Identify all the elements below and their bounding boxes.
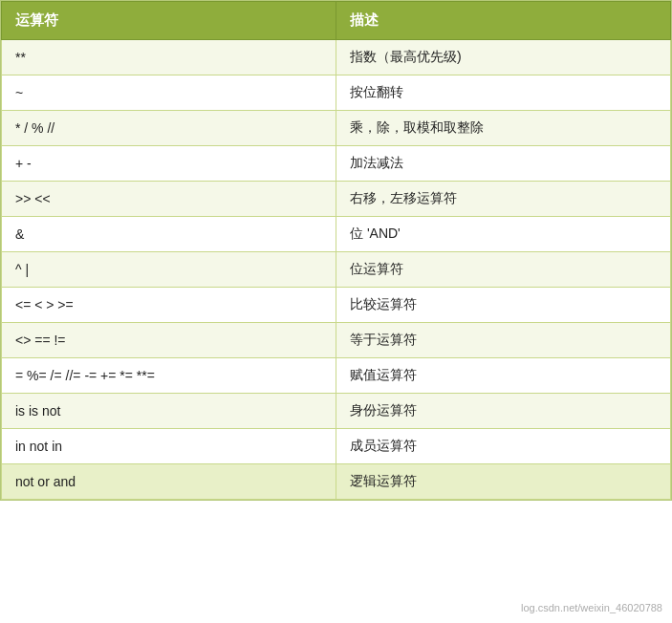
description-cell: 逻辑运算符 [336,464,671,500]
description-cell: 成员运算符 [336,429,671,464]
description-cell: 乘，除，取模和取整除 [336,111,671,146]
operator-cell: + - [2,146,336,182]
watermark: log.csdn.net/weixin_46020788 [521,602,662,613]
operator-cell: ~ [2,75,336,111]
header-description: 描述 [336,2,671,40]
table-row: **指数（最高优先级) [2,40,671,75]
description-cell: 等于运算符 [336,323,671,358]
description-cell: 按位翻转 [336,75,671,111]
table-row: = %= /= //= -= += *= **=赋值运算符 [2,358,671,394]
description-cell: 赋值运算符 [336,358,671,394]
description-cell: 位 'AND' [336,217,671,252]
table-row: <= < > >=比较运算符 [2,288,671,323]
table-row: <> == !=等于运算符 [2,323,671,358]
operator-cell: <= < > >= [2,288,336,323]
operator-cell: >> << [2,182,336,217]
operator-cell: = %= /= //= -= += *= **= [2,358,336,394]
table-row: ~按位翻转 [2,75,671,111]
table-row: >> <<右移，左移运算符 [2,182,671,217]
operator-cell: not or and [2,464,336,500]
table-row: is is not身份运算符 [2,394,671,429]
table-row: in not in成员运算符 [2,429,671,464]
description-cell: 身份运算符 [336,394,671,429]
operator-cell: * / % // [2,111,336,146]
operators-table: 运算符 描述 **指数（最高优先级)~按位翻转* / % //乘，除，取模和取整… [0,0,672,501]
table-row: ^ |位运算符 [2,252,671,288]
operator-cell: in not in [2,429,336,464]
operator-cell: <> == != [2,323,336,358]
table-row: not or and逻辑运算符 [2,464,671,500]
description-cell: 右移，左移运算符 [336,182,671,217]
description-cell: 指数（最高优先级) [336,40,671,75]
operator-cell: ^ | [2,252,336,288]
header-operator: 运算符 [2,2,336,40]
operator-cell: ** [2,40,336,75]
operator-cell: & [2,217,336,252]
description-cell: 比较运算符 [336,288,671,323]
description-cell: 加法减法 [336,146,671,182]
table-body: **指数（最高优先级)~按位翻转* / % //乘，除，取模和取整除+ -加法减… [2,40,671,500]
table-row: * / % //乘，除，取模和取整除 [2,111,671,146]
table-header-row: 运算符 描述 [2,2,671,40]
table-row: + -加法减法 [2,146,671,182]
table-row: &位 'AND' [2,217,671,252]
description-cell: 位运算符 [336,252,671,288]
operator-cell: is is not [2,394,336,429]
